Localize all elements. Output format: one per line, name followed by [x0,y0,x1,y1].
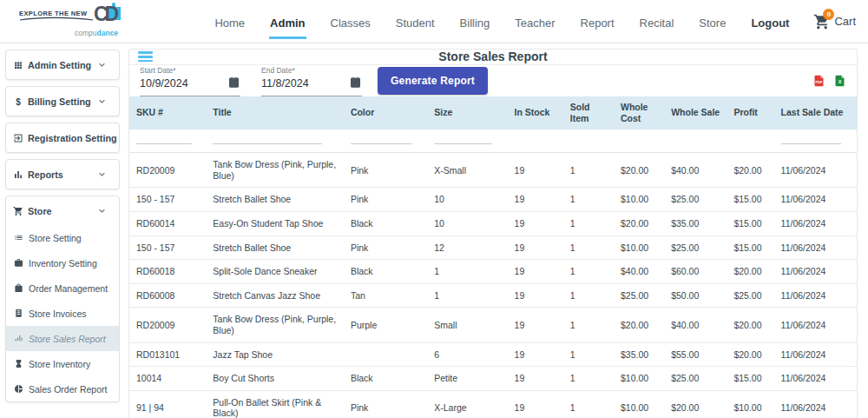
cell-profit: $15.00 [727,212,773,236]
nav-item-recital[interactable]: Recital [639,3,675,39]
cell-in-stock: 19 [508,188,563,212]
nav-item-admin[interactable]: Admin [269,3,306,39]
sidebar-subitem-store-sales-report[interactable]: Store Sales Report [6,326,119,351]
cell-color [344,342,427,367]
cell-sold-item: 1 [563,188,614,212]
sidebar-item-admin-setting[interactable]: Admin Setting [6,50,119,79]
sidebar-subitem-label: Inventory Setting [29,258,97,269]
nav-item-logout[interactable]: Logout [750,3,790,39]
cell-last-sale-date: 11/06/2024 [774,153,857,188]
cell-whole-sale: $55.00 [664,342,727,367]
cell-in-stock: 19 [508,260,563,284]
table-row: 150 - 157Stretch Ballet ShoePink10191$10… [129,188,857,212]
cell-title: Stretch Canvas Jazz Shoe [206,283,344,308]
cell-last-sale-date: 11/06/2024 [774,188,857,212]
end-date-value[interactable]: 11/8/2024 [261,77,362,90]
cell-size: 10 [427,212,507,236]
start-date-value[interactable]: 10/9/2024 [140,77,240,90]
brand-logo: EXPLORE THE NEW CD compudance [19,2,141,42]
cell-sold-item: 1 [563,342,614,367]
cell-size: 1 [427,283,507,308]
cell-color: Black [344,367,427,391]
cell-last-sale-date: 11/06/2024 [774,367,857,391]
sidebar-subitem-inventory-setting[interactable]: Inventory Setting [6,250,119,275]
sidebar-item-label: Billing Setting [28,96,91,107]
export-excel-icon[interactable]: X [833,73,846,89]
nav-item-billing[interactable]: Billing [459,3,491,39]
cell-in-stock: 19 [508,283,563,308]
chevron-down-icon [96,96,108,107]
cell-title: Pull-On Ballet Skirt (Pink & Black) [206,390,344,418]
cell-sold-item: 1 [563,212,614,236]
calendar-icon[interactable] [227,76,240,89]
filter-input-last-sale-date[interactable] [781,134,842,144]
cell-whole-sale: $50.00 [664,283,727,308]
cell-sku: RD60014 [129,212,206,236]
nav-item-classes[interactable]: Classes [330,3,372,39]
cell-title: Stretch Ballet Shoe [206,236,344,260]
bag-icon [14,283,23,293]
cell-sold-item: 1 [563,283,614,308]
chevron-down-icon [96,59,108,70]
filter-input-size[interactable] [434,134,492,144]
cell-sku: 150 - 157 [129,236,206,260]
nav-item-report[interactable]: Report [580,3,615,39]
column-header-color: Color [344,96,427,129]
nav-item-teacher[interactable]: Teacher [514,3,556,39]
cell-last-sale-date: 11/06/2024 [774,342,857,367]
cell-in-stock: 19 [508,390,563,418]
menu-icon[interactable] [138,50,153,64]
cell-in-stock: 19 [508,153,563,188]
sidebar-item-billing-setting[interactable]: $Billing Setting [6,87,119,116]
table-row: RD60014Easy-On Student Tap ShoeBlack1019… [129,212,857,236]
sidebar-item-store[interactable]: Store [6,196,119,225]
nav-item-store[interactable]: Store [698,3,727,39]
end-date-field[interactable]: End Date* 11/8/2024 [261,65,362,96]
cell-whole-cost: $10.00 [614,188,664,212]
cell-sold-item: 1 [563,367,614,391]
cart-badge: 0 [823,9,834,20]
hourglass-icon [14,359,23,368]
start-date-field[interactable]: Start Date* 10/9/2024 [140,65,240,96]
chart-icon [14,334,23,343]
grid-icon [13,60,23,70]
sidebar-subitem-store-inventory[interactable]: Store Inventory [6,351,119,376]
sidebar-subitem-label: Order Management [29,283,108,294]
cell-sold-item: 1 [563,236,614,260]
sidebar-subitem-store-invoices[interactable]: Store Invoices [6,301,119,326]
svg-text:$: $ [16,96,21,106]
sidebar-subitem-store-setting[interactable]: Store Setting [6,225,119,250]
chevron-down-icon [117,132,120,143]
sidebar-item-registration-setting[interactable]: Registration Setting [6,123,119,152]
sidebar-card-store: StoreStore SettingInventory SettingOrder… [5,196,120,402]
filter-input-sku[interactable] [136,134,192,144]
calendar-icon[interactable] [349,76,362,89]
export-pdf-icon[interactable]: PDF [812,73,825,89]
cell-whole-cost: $10.00 [614,367,664,391]
table-row: RD20009Tank Bow Dress (Pink, Purple, Blu… [129,153,857,188]
nav-item-student[interactable]: Student [395,3,436,39]
sidebar-subitem-sales-order-report[interactable]: Sales Order Report [6,376,119,401]
cell-sku: 10014 [129,367,206,391]
nav-item-home[interactable]: Home [214,3,246,39]
filter-input-color[interactable] [351,134,412,144]
sidebar-subitem-order-management[interactable]: Order Management [6,275,119,301]
cell-sku: RD20009 [129,308,206,342]
cell-color: Pink [344,153,427,188]
sidebar-item-label: Store [28,206,52,216]
cell-sold-item: 1 [563,308,614,342]
cell-profit: $15.00 [727,236,773,260]
cell-profit: $20.00 [727,308,773,342]
column-header-size: Size [427,96,507,129]
cart-button[interactable]: 0 Cart [813,13,856,30]
sidebar-card-admin-setting: Admin Setting [5,50,120,80]
content-panel: Store Sales Report Start Date* 10/9/2024… [128,49,858,418]
chevron-down-icon [96,205,108,216]
filter-input-title[interactable] [213,134,321,144]
sidebar-item-reports[interactable]: Reports [6,160,119,189]
cell-sold-item: 1 [563,390,614,418]
cell-color: Pink [344,390,427,418]
sidebar-card-reports: Reports [5,159,120,189]
column-header-sku: SKU # [129,96,206,129]
generate-report-button[interactable]: Generate Report [378,67,488,95]
